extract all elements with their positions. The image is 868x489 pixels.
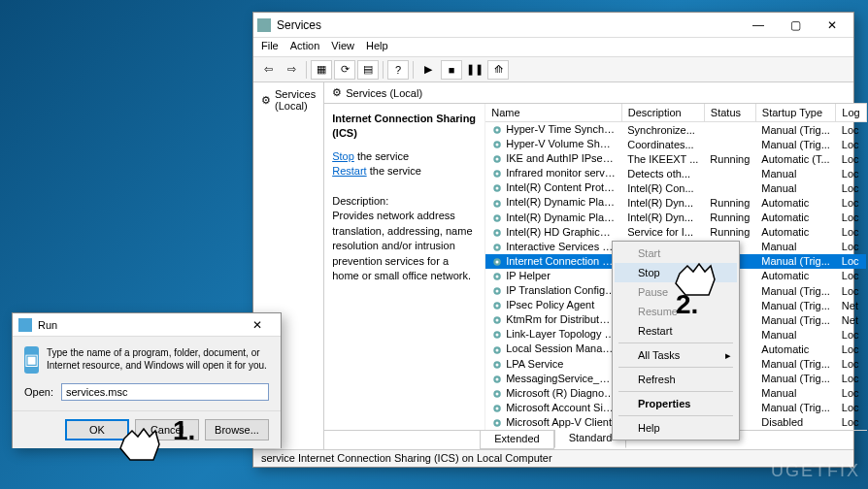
desc-label: Description: (332, 194, 477, 209)
column-header[interactable]: Description (621, 104, 704, 122)
help-icon[interactable]: ? (387, 60, 409, 80)
run-titlebar[interactable]: Run ✕ (13, 313, 281, 337)
context-menu-item[interactable]: Properties (615, 394, 737, 413)
service-row[interactable]: Infrared monitor serviceDetects oth...Ma… (485, 166, 866, 180)
service-row[interactable]: Intel(R) Dynamic Platform a...Intel(R) D… (485, 195, 866, 210)
svg-point-29 (496, 334, 499, 337)
desc-body: Provides network address translation, ad… (332, 209, 477, 283)
stop-link[interactable]: Stop (332, 150, 354, 162)
svg-point-41 (496, 421, 499, 424)
svg-point-19 (496, 260, 499, 263)
service-row[interactable]: Intel(R) HD Graphics Contro...Service fo… (485, 225, 866, 240)
svg-point-37 (496, 392, 499, 395)
menu-help[interactable]: Help (366, 40, 388, 54)
watermark: UGETFIX (771, 461, 860, 481)
service-row[interactable]: Hyper-V Time Synchronizat...Synchronize.… (485, 122, 866, 138)
tree-root-item[interactable]: ⚙ Services (Local) (257, 86, 319, 114)
svg-point-31 (496, 348, 499, 351)
svg-point-9 (496, 187, 499, 190)
view-tabs: Extended Standard (324, 430, 867, 449)
window-title: Services (277, 18, 741, 32)
svg-point-5 (496, 158, 499, 161)
list-header: ⚙ Services (Local) (324, 82, 867, 104)
svg-point-15 (496, 231, 499, 234)
selected-service-name: Internet Connection Sharing (ICS) (332, 112, 477, 142)
context-menu-item[interactable]: Refresh (615, 370, 737, 389)
service-row[interactable]: Hyper-V Volume Shadow C...Coordinates...… (485, 137, 866, 151)
svg-point-11 (496, 202, 499, 205)
svg-point-13 (496, 216, 499, 219)
run-title-text: Run (38, 319, 240, 331)
column-header[interactable]: Startup Type (755, 104, 836, 122)
menu-view[interactable]: View (331, 40, 354, 54)
svg-point-7 (496, 173, 499, 176)
toolbar: ⇦ ⇨ ▦ ⟳ ▤ ? ▶ ■ ❚❚ ⟰ (253, 57, 853, 82)
column-header[interactable]: Name (485, 104, 621, 122)
context-menu-item: Start (615, 244, 737, 263)
stop-icon[interactable]: ■ (441, 60, 462, 80)
svg-point-17 (496, 245, 499, 248)
context-menu-item: Resume (615, 302, 737, 321)
refresh-icon[interactable]: ⟳ (334, 60, 355, 80)
context-menu-item[interactable]: Help (615, 418, 737, 438)
gear-icon: ⚙ (261, 94, 271, 107)
properties-icon[interactable]: ▦ (311, 60, 332, 80)
gear-icon: ⚙ (332, 86, 342, 99)
run-app-icon: ▣ (24, 346, 39, 374)
svg-point-25 (496, 305, 499, 308)
cancel-button[interactable]: Cancel (135, 419, 199, 440)
start-icon[interactable]: ▶ (417, 60, 439, 80)
service-row[interactable]: IKE and AuthIP IPsec Keying...The IKEEXT… (485, 151, 866, 166)
service-row[interactable]: Intel(R) Dynamic Platform a...Intel(R) D… (485, 211, 866, 225)
svg-point-39 (496, 407, 499, 409)
statusbar: service Internet Connection Sharing (ICS… (253, 449, 853, 467)
restart-link[interactable]: Restart (332, 165, 366, 177)
svg-point-27 (496, 319, 499, 322)
svg-point-3 (496, 144, 499, 147)
context-menu-item[interactable]: All Tasks▸ (615, 345, 737, 365)
restart-icon[interactable]: ⟰ (487, 60, 509, 80)
browse-button[interactable]: Browse... (205, 419, 269, 440)
svg-point-23 (496, 290, 499, 293)
svg-point-33 (496, 363, 499, 366)
minimize-button[interactable]: — (741, 15, 776, 36)
context-menu-item[interactable]: Restart (615, 321, 737, 341)
pause-toolbar-icon[interactable]: ❚❚ (464, 60, 485, 80)
back-icon[interactable]: ⇦ (257, 60, 279, 80)
open-label: Open: (24, 386, 53, 398)
export-icon[interactable]: ▤ (357, 60, 379, 80)
services-window: Services — ▢ ✕ File Action View Help ⇦ ⇨… (252, 12, 854, 468)
tab-extended[interactable]: Extended (480, 431, 553, 449)
detail-pane: Internet Connection Sharing (ICS) Stop t… (324, 104, 485, 430)
run-icon (18, 318, 32, 332)
column-header[interactable]: Log (836, 104, 866, 122)
close-button[interactable]: ✕ (815, 15, 850, 36)
run-close-button[interactable]: ✕ (240, 314, 275, 336)
titlebar[interactable]: Services — ▢ ✕ (253, 13, 853, 38)
context-menu-item[interactable]: Stop (615, 263, 737, 282)
menu-action[interactable]: Action (290, 40, 320, 54)
menubar: File Action View Help (253, 38, 853, 57)
services-icon (257, 18, 271, 32)
context-menu: StartStopPauseResumeRestartAll Tasks▸Ref… (612, 241, 740, 440)
context-menu-item: Pause (615, 282, 737, 302)
run-dialog: Run ✕ ▣ Type the name of a program, fold… (12, 312, 282, 448)
svg-point-21 (496, 276, 499, 278)
svg-point-1 (496, 129, 499, 132)
svg-point-35 (496, 377, 499, 380)
run-description: Type the name of a program, folder, docu… (47, 346, 269, 374)
service-row[interactable]: Intel(R) Content Protection ...Intel(R) … (485, 180, 866, 195)
column-header[interactable]: Status (704, 104, 755, 122)
menu-file[interactable]: File (261, 40, 279, 54)
run-input[interactable] (61, 383, 269, 401)
forward-icon[interactable]: ⇨ (281, 60, 302, 80)
maximize-button[interactable]: ▢ (778, 15, 813, 36)
ok-button[interactable]: OK (65, 419, 129, 440)
